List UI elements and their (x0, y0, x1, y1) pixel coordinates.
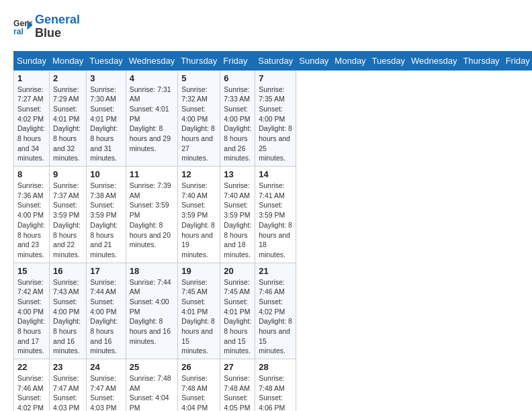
header-wednesday: Wednesday (126, 51, 177, 70)
day-info: Sunrise: 7:32 AMSunset: 4:00 PMDaylight:… (181, 85, 216, 164)
col-header-monday: Monday (332, 51, 369, 70)
calendar-cell: 7Sunrise: 7:35 AMSunset: 4:00 PMDaylight… (255, 70, 296, 167)
col-header-friday: Friday (502, 51, 532, 70)
calendar-cell: 28Sunrise: 7:48 AMSunset: 4:06 PMDayligh… (255, 359, 296, 411)
day-info: Sunrise: 7:45 AMSunset: 4:01 PMDaylight:… (224, 277, 251, 357)
day-number: 17 (90, 266, 122, 276)
calendar-cell: 16Sunrise: 7:43 AMSunset: 4:00 PMDayligh… (50, 263, 87, 359)
calendar-week-3: 15Sunrise: 7:42 AMSunset: 4:00 PMDayligh… (14, 263, 533, 359)
calendar-cell: 20Sunrise: 7:45 AMSunset: 4:01 PMDayligh… (220, 263, 255, 359)
header-thursday: Thursday (178, 51, 220, 70)
day-info: Sunrise: 7:46 AMSunset: 4:02 PMDaylight:… (259, 277, 292, 357)
day-info: Sunrise: 7:40 AMSunset: 3:59 PMDaylight:… (181, 181, 216, 260)
day-number: 6 (224, 73, 251, 83)
day-info: Sunrise: 7:37 AMSunset: 3:59 PMDaylight:… (53, 181, 83, 260)
day-number: 10 (90, 169, 122, 179)
day-number: 22 (17, 362, 46, 372)
calendar-cell: 24Sunrise: 7:47 AMSunset: 4:03 PMDayligh… (87, 359, 126, 411)
day-number: 15 (17, 266, 46, 276)
calendar-cell: 1Sunrise: 7:27 AMSunset: 4:02 PMDaylight… (14, 70, 50, 167)
day-number: 9 (53, 169, 83, 179)
calendar-cell: 5Sunrise: 7:32 AMSunset: 4:00 PMDaylight… (178, 70, 220, 167)
day-number: 1 (17, 73, 46, 83)
day-info: Sunrise: 7:27 AMSunset: 4:02 PMDaylight:… (17, 85, 46, 164)
calendar-cell: 19Sunrise: 7:45 AMSunset: 4:01 PMDayligh… (178, 263, 220, 359)
col-header-sunday: Sunday (296, 51, 332, 70)
header-sunday: Sunday (14, 51, 50, 70)
day-number: 11 (130, 169, 174, 179)
day-number: 18 (130, 266, 174, 276)
logo: Gene ral GeneralBlue (13, 13, 80, 40)
calendar-cell: 27Sunrise: 7:48 AMSunset: 4:05 PMDayligh… (220, 359, 255, 411)
day-info: Sunrise: 7:48 AMSunset: 4:06 PMDaylight:… (259, 373, 292, 411)
page-header: Gene ral GeneralBlue (13, 13, 519, 40)
calendar-cell: 12Sunrise: 7:40 AMSunset: 3:59 PMDayligh… (178, 167, 220, 263)
day-number: 19 (181, 266, 216, 276)
day-info: Sunrise: 7:47 AMSunset: 4:03 PMDaylight:… (53, 373, 83, 411)
day-info: Sunrise: 7:41 AMSunset: 3:59 PMDaylight:… (259, 181, 292, 260)
calendar-cell: 26Sunrise: 7:48 AMSunset: 4:04 PMDayligh… (178, 359, 220, 411)
day-number: 23 (53, 362, 83, 372)
calendar-cell: 3Sunrise: 7:30 AMSunset: 4:01 PMDaylight… (87, 70, 126, 167)
calendar-cell: 15Sunrise: 7:42 AMSunset: 4:00 PMDayligh… (14, 263, 50, 359)
day-number: 7 (259, 73, 292, 83)
day-info: Sunrise: 7:43 AMSunset: 4:00 PMDaylight:… (53, 277, 83, 357)
day-info: Sunrise: 7:44 AMSunset: 4:00 PMDaylight:… (90, 277, 122, 357)
day-number: 4 (130, 73, 174, 83)
calendar-cell: 23Sunrise: 7:47 AMSunset: 4:03 PMDayligh… (50, 359, 87, 411)
calendar-cell: 6Sunrise: 7:33 AMSunset: 4:00 PMDaylight… (220, 70, 255, 167)
day-info: Sunrise: 7:45 AMSunset: 4:01 PMDaylight:… (181, 277, 216, 357)
day-info: Sunrise: 7:35 AMSunset: 4:00 PMDaylight:… (259, 85, 292, 164)
day-info: Sunrise: 7:39 AMSunset: 3:59 PMDaylight:… (130, 181, 174, 250)
calendar-week-2: 8Sunrise: 7:36 AMSunset: 4:00 PMDaylight… (14, 167, 533, 263)
header-friday: Friday (220, 51, 255, 70)
calendar-table: SundayMondayTuesdayWednesdayThursdayFrid… (13, 51, 532, 411)
day-info: Sunrise: 7:40 AMSunset: 3:59 PMDaylight:… (224, 181, 251, 260)
day-number: 5 (181, 73, 216, 83)
logo-icon: Gene ral (13, 17, 32, 36)
day-info: Sunrise: 7:47 AMSunset: 4:03 PMDaylight:… (90, 373, 122, 411)
day-number: 16 (53, 266, 83, 276)
day-number: 8 (17, 169, 46, 179)
day-number: 21 (259, 266, 292, 276)
col-header-tuesday: Tuesday (369, 51, 408, 70)
day-number: 26 (181, 362, 216, 372)
calendar-cell: 4Sunrise: 7:31 AMSunset: 4:01 PMDaylight… (126, 70, 177, 167)
day-number: 28 (259, 362, 292, 372)
day-number: 13 (224, 169, 251, 179)
calendar-cell: 9Sunrise: 7:37 AMSunset: 3:59 PMDaylight… (50, 167, 87, 263)
calendar-cell: 22Sunrise: 7:46 AMSunset: 4:02 PMDayligh… (14, 359, 50, 411)
calendar-cell: 17Sunrise: 7:44 AMSunset: 4:00 PMDayligh… (87, 263, 126, 359)
day-number: 14 (259, 169, 292, 179)
header-tuesday: Tuesday (87, 51, 126, 70)
calendar-cell: 11Sunrise: 7:39 AMSunset: 3:59 PMDayligh… (126, 167, 177, 263)
calendar-cell: 18Sunrise: 7:44 AMSunset: 4:00 PMDayligh… (126, 263, 177, 359)
day-number: 2 (53, 73, 83, 83)
day-number: 25 (130, 362, 174, 372)
calendar-cell: 14Sunrise: 7:41 AMSunset: 3:59 PMDayligh… (255, 167, 296, 263)
day-info: Sunrise: 7:46 AMSunset: 4:02 PMDaylight:… (17, 373, 46, 411)
col-header-wednesday: Wednesday (408, 51, 460, 70)
logo-name: GeneralBlue (35, 13, 80, 40)
day-info: Sunrise: 7:33 AMSunset: 4:00 PMDaylight:… (224, 85, 251, 164)
day-number: 27 (224, 362, 251, 372)
calendar-cell: 10Sunrise: 7:38 AMSunset: 3:59 PMDayligh… (87, 167, 126, 263)
calendar-cell: 25Sunrise: 7:48 AMSunset: 4:04 PMDayligh… (126, 359, 177, 411)
day-info: Sunrise: 7:36 AMSunset: 4:00 PMDaylight:… (17, 181, 46, 260)
calendar-cell: 13Sunrise: 7:40 AMSunset: 3:59 PMDayligh… (220, 167, 255, 263)
day-number: 12 (181, 169, 216, 179)
day-number: 3 (90, 73, 122, 83)
header-saturday: Saturday (255, 51, 296, 70)
day-info: Sunrise: 7:42 AMSunset: 4:00 PMDaylight:… (17, 277, 46, 357)
day-number: 20 (224, 266, 251, 276)
header-monday: Monday (50, 51, 87, 70)
day-info: Sunrise: 7:31 AMSunset: 4:01 PMDaylight:… (130, 85, 174, 154)
day-info: Sunrise: 7:48 AMSunset: 4:05 PMDaylight:… (224, 373, 251, 411)
calendar-cell: 8Sunrise: 7:36 AMSunset: 4:00 PMDaylight… (14, 167, 50, 263)
calendar-cell: 21Sunrise: 7:46 AMSunset: 4:02 PMDayligh… (255, 263, 296, 359)
day-info: Sunrise: 7:29 AMSunset: 4:01 PMDaylight:… (53, 85, 83, 164)
calendar-cell: 2Sunrise: 7:29 AMSunset: 4:01 PMDaylight… (50, 70, 87, 167)
svg-text:ral: ral (13, 27, 24, 36)
day-info: Sunrise: 7:38 AMSunset: 3:59 PMDaylight:… (90, 181, 122, 260)
day-info: Sunrise: 7:48 AMSunset: 4:04 PMDaylight:… (181, 373, 216, 411)
